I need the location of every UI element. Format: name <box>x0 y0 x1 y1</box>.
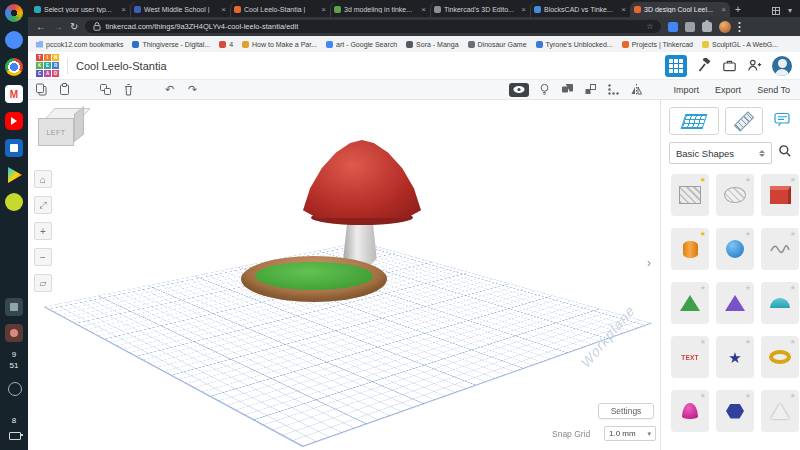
shape-tile-roof[interactable] <box>671 282 709 324</box>
favorite-star-icon[interactable] <box>790 392 796 399</box>
shape-category-select[interactable]: Basic Shapes <box>669 142 772 164</box>
mirror-button[interactable] <box>629 82 644 97</box>
zoom-in-button[interactable] <box>34 222 52 240</box>
extensions-puzzle-icon[interactable] <box>702 22 712 32</box>
app-blue-icon[interactable] <box>5 31 23 49</box>
browser-tab-2[interactable]: West Middle School | <box>130 2 230 17</box>
briefcase-icon[interactable] <box>722 58 737 73</box>
status-icon[interactable] <box>8 382 22 396</box>
shape-tile-polygon[interactable] <box>716 390 754 432</box>
view-cube-front-face[interactable]: LEFT <box>38 118 74 146</box>
favorite-star-icon[interactable] <box>745 230 751 237</box>
forward-icon[interactable] <box>53 22 63 32</box>
shape-tile-scribble[interactable] <box>761 228 799 270</box>
bookmark-star-icon[interactable] <box>646 22 653 31</box>
home-view-button[interactable] <box>34 170 52 188</box>
favorite-star-icon[interactable] <box>700 392 706 399</box>
tinkercad-logo[interactable]: T I N K E R C A D <box>36 54 59 77</box>
back-icon[interactable] <box>36 22 46 32</box>
tab-close-icon[interactable] <box>521 6 526 14</box>
bookmark-item[interactable]: Thingiverse - Digital... <box>132 41 210 48</box>
favorite-star-icon[interactable] <box>700 338 706 345</box>
shape-tile-torus[interactable] <box>761 336 799 378</box>
ungroup-button[interactable] <box>583 82 598 97</box>
bookmark-folder[interactable]: pccok12.com bookmarks <box>36 41 123 48</box>
favorite-star-icon[interactable] <box>700 176 706 183</box>
redo-button[interactable] <box>185 82 200 97</box>
chrome-icon[interactable] <box>5 58 23 76</box>
shape-tile-box[interactable] <box>761 174 799 216</box>
browser-tab-6[interactable]: BlocksCAD vs Tinke... <box>530 2 630 17</box>
new-tab-button[interactable] <box>730 2 746 17</box>
copy-button[interactable] <box>34 82 49 97</box>
favorite-star-icon[interactable] <box>745 338 751 345</box>
viewport-3d[interactable]: Workplane LEFT Settings Snap Grid 1.0 mm <box>28 100 660 450</box>
export-button[interactable]: Export <box>715 85 741 95</box>
lime-app-icon[interactable] <box>5 193 23 211</box>
notification-count[interactable]: 8 <box>0 416 28 425</box>
reload-icon[interactable] <box>70 22 78 32</box>
browser-tab-4[interactable]: 3d modeling in tinke... <box>330 2 430 17</box>
favorite-star-icon[interactable] <box>745 284 751 291</box>
view-cube-side-face[interactable] <box>74 106 84 142</box>
delete-button[interactable] <box>121 82 136 97</box>
bookmark-item[interactable]: SculptGL - A WebG... <box>702 41 778 48</box>
favorite-star-icon[interactable] <box>745 176 751 183</box>
browser-tab-3[interactable]: Cool Leelo-Stantia | <box>230 2 330 17</box>
bookmark-item[interactable]: Dinosaur Game <box>468 41 527 48</box>
paste-button[interactable] <box>57 82 72 97</box>
shape-tile-text[interactable]: TEXT <box>671 336 709 378</box>
gmail-icon[interactable] <box>5 85 23 103</box>
hide-selected-button[interactable] <box>509 83 529 97</box>
brown-app-icon[interactable] <box>5 324 23 342</box>
tab-close-icon[interactable] <box>121 6 126 14</box>
tab-close-icon[interactable] <box>321 6 326 14</box>
url-field[interactable]: tinkercad.com/things/9a3ZH4QLYv4-cool-le… <box>85 20 661 33</box>
view-cube[interactable]: LEFT <box>36 106 86 150</box>
ruler-tool-button[interactable] <box>725 107 763 135</box>
launcher-icon[interactable] <box>5 4 23 22</box>
tab-close-icon[interactable] <box>621 6 626 14</box>
design-title[interactable]: Cool Leelo-Stantia <box>76 60 167 72</box>
favorite-star-icon[interactable] <box>790 338 796 345</box>
shape-tile-cylinder[interactable] <box>671 228 709 270</box>
bookmark-item[interactable]: How to Make a Par... <box>242 41 317 48</box>
search-shapes-button[interactable] <box>778 144 792 162</box>
bookmark-item[interactable]: Tyrone's Unblocked... <box>536 41 613 48</box>
tab-close-icon[interactable] <box>221 6 226 14</box>
snap-grid-dropdown[interactable]: 1.0 mm <box>604 426 656 441</box>
tab-close-icon[interactable] <box>421 6 426 14</box>
send-to-button[interactable]: Send To <box>757 85 790 95</box>
browser-tab-1[interactable]: Select your user typ... <box>30 2 130 17</box>
browser-menu-icon[interactable] <box>738 21 741 32</box>
shape-tile-paraboloid[interactable] <box>671 390 709 432</box>
settings-button[interactable]: Settings <box>598 403 654 419</box>
favorite-star-icon[interactable] <box>790 176 796 183</box>
shape-tile-half-sphere[interactable] <box>761 282 799 324</box>
plate-top[interactable] <box>255 262 373 290</box>
browser-tab-5[interactable]: Tinkercad's 3D Edito... <box>430 2 530 17</box>
workplane-tool-button[interactable] <box>669 107 719 135</box>
tools-hammer-icon[interactable] <box>697 58 712 73</box>
browser-profile-avatar[interactable] <box>719 21 731 33</box>
favorite-star-icon[interactable] <box>700 230 706 237</box>
shape-tile-hole-box[interactable] <box>671 174 709 216</box>
zoom-out-button[interactable] <box>34 248 52 266</box>
shape-tile-star[interactable] <box>716 336 754 378</box>
group-button[interactable] <box>560 82 575 97</box>
view-grid-button[interactable] <box>665 55 687 77</box>
bookmark-item[interactable]: art - Google Search <box>326 41 397 48</box>
shape-tile-pyramid[interactable] <box>716 282 754 324</box>
play-store-icon[interactable] <box>5 166 23 184</box>
tab-groups-icon[interactable] <box>772 7 780 15</box>
tab-search-icon[interactable] <box>788 6 792 15</box>
favorite-star-icon[interactable] <box>745 392 751 399</box>
browser-tab-7-active[interactable]: 3D design Cool Leel... <box>630 2 730 17</box>
favorite-star-icon[interactable] <box>790 284 796 291</box>
bookmark-item[interactable]: Projects | Tinkercad <box>622 41 693 48</box>
duplicate-button[interactable] <box>98 82 113 97</box>
fit-view-button[interactable] <box>34 196 52 214</box>
dark-app-icon[interactable] <box>5 298 23 316</box>
extension-icon-2[interactable] <box>685 22 695 32</box>
docs-app-icon[interactable] <box>5 139 23 157</box>
